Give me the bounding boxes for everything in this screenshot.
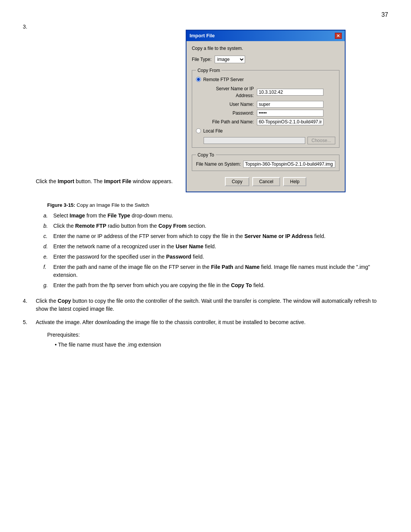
step-4: 4. Click the Copy button to copy the fil…	[23, 297, 388, 313]
dialog-description: Copy a file to the system.	[192, 45, 339, 52]
cancel-button[interactable]: Cancel	[252, 177, 280, 186]
file-type-row: File Type: image	[192, 56, 339, 63]
username-input[interactable]	[257, 101, 323, 108]
copy-button[interactable]: Copy	[225, 177, 249, 186]
username-row: User Name:	[196, 101, 335, 108]
step-3-number: 3.	[23, 23, 32, 292]
filepath-label: File Path and Name:	[204, 118, 257, 125]
remote-ftp-row: Remote FTP Server	[196, 76, 335, 83]
step-3-text: Click the Import button. The Import File…	[36, 178, 173, 184]
sub-step-b: b. Click the Remote FTP radio button fro…	[43, 222, 388, 230]
username-label: User Name:	[204, 101, 257, 108]
remote-ftp-label: Remote FTP Server	[203, 76, 244, 83]
local-file-radio[interactable]	[196, 128, 201, 133]
sub-step-f: f. Enter the path and name of the image …	[43, 263, 388, 279]
sub-step-c: c. Enter the name or IP address of the F…	[43, 232, 388, 240]
server-name-label: Server Name or IP Address:	[204, 85, 257, 99]
figure-label: Figure 3-15:	[47, 202, 75, 208]
dialog-title: Import File	[190, 32, 215, 40]
local-file-path-input[interactable]	[204, 137, 305, 144]
step-5: 5. Activate the image. After downloading…	[23, 318, 388, 350]
password-label: Password:	[204, 110, 257, 117]
figure-text: Copy an Image File to the Switch	[75, 202, 149, 208]
figure-caption: Figure 3-15: Copy an Image File to the S…	[47, 201, 388, 209]
local-file-row: Local File	[196, 128, 335, 134]
sub-step-g: g. Enter the path from the ftp server fr…	[43, 281, 388, 289]
prerequisite-item-1: The file name must have the .img extensi…	[55, 340, 388, 349]
sub-steps-list: a. Select Image from the File Type drop-…	[36, 212, 388, 289]
help-button[interactable]: Help	[283, 177, 306, 186]
password-input[interactable]	[257, 110, 323, 117]
file-type-label: File Type:	[192, 56, 212, 63]
copy-to-field-label: File Name on System:	[196, 161, 241, 168]
step-3: 3. Click the Import button. The Import F…	[23, 23, 388, 292]
copy-to-input[interactable]	[243, 161, 335, 168]
filepath-input[interactable]	[257, 118, 323, 125]
page-number: 37	[381, 11, 388, 18]
server-name-input[interactable]	[257, 89, 323, 96]
copy-from-legend: Copy From	[196, 67, 221, 74]
file-type-select[interactable]: image	[215, 56, 245, 63]
step-4-content: Click the Copy button to copy the file o…	[36, 297, 388, 313]
step-4-number: 4.	[23, 297, 32, 313]
local-file-label: Local File	[203, 128, 223, 134]
step-4-text: Click the Copy button to copy the file o…	[36, 298, 377, 312]
prerequisites-list: The file name must have the .img extensi…	[55, 340, 388, 349]
sub-step-e: e. Enter the password for the specified …	[43, 253, 388, 261]
step-5-content: Activate the image. After downloading th…	[36, 318, 388, 350]
remote-ftp-radio[interactable]	[196, 77, 201, 82]
sub-step-d: d. Enter the network name of a recognize…	[43, 243, 388, 251]
dialog-wrapper: Import File ✕ Copy a file to the system.…	[186, 30, 346, 192]
copy-to-row: File Name on System:	[196, 161, 335, 168]
copy-from-fieldset: Copy From Remote FTP Server Server Name …	[192, 67, 339, 148]
step-5-number: 5.	[23, 318, 32, 350]
sub-step-a: a. Select Image from the File Type drop-…	[43, 212, 388, 220]
dialog-titlebar: Import File ✕	[186, 30, 345, 41]
prerequisites-label: Prerequisites:	[47, 331, 388, 339]
choose-button[interactable]: Choose...	[307, 137, 335, 144]
step-3-content: Click the Import button. The Import File…	[36, 23, 388, 292]
password-row: Password:	[196, 110, 335, 117]
server-name-row: Server Name or IP Address:	[196, 85, 335, 99]
copy-to-legend: Copy To	[196, 152, 216, 158]
copy-to-fieldset: Copy To File Name on System:	[192, 152, 339, 171]
dialog-buttons: Copy Cancel Help	[192, 175, 339, 188]
filepath-row: File Path and Name:	[196, 118, 335, 125]
import-file-dialog: Import File ✕ Copy a file to the system.…	[186, 30, 346, 192]
step-5-text: Activate the image. After downloading th…	[36, 319, 306, 325]
dialog-close-button[interactable]: ✕	[335, 33, 342, 39]
local-file-input-row: Choose...	[196, 137, 335, 144]
dialog-body: Copy a file to the system. File Type: im…	[186, 41, 345, 192]
